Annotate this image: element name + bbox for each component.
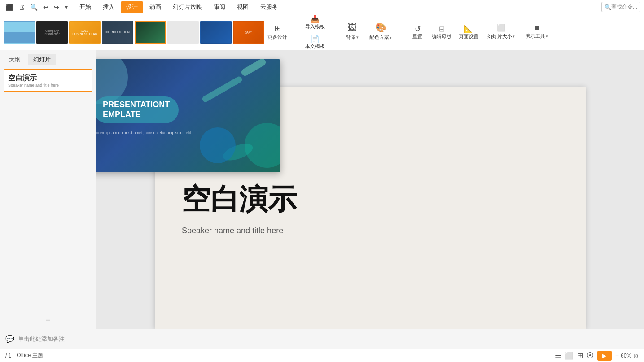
template-thumb-3[interactable]: 2018BUSINESS PLAN xyxy=(69,21,101,44)
slides-list: 空白演示 Speaker name and title here xyxy=(0,65,96,312)
template-thumb-inner-8: 演示 xyxy=(234,22,263,43)
template-thumb-inner-1 xyxy=(4,22,34,43)
left-panel: 大纲 幻灯片 空白演示 Speaker name and title here … xyxy=(0,50,96,329)
template-thumb-inner-6 xyxy=(168,22,198,43)
popup-title-box: PRESENTATIONT EMPLATE xyxy=(96,96,179,123)
view-grid-icon[interactable]: ⊞ xyxy=(577,351,583,360)
edit-master-label: 编辑母版 xyxy=(432,33,451,40)
present-tools-button[interactable]: 🖥 演示工具 ▾ xyxy=(521,22,552,42)
tab-view[interactable]: 视图 xyxy=(232,1,254,13)
color-scheme-icon: 🎨 xyxy=(375,22,386,33)
present-tools-dropdown[interactable]: 演示工具 ▾ xyxy=(524,31,550,41)
edit-master-icon: ⊞ xyxy=(439,25,445,33)
page-setup-button[interactable]: 📐 页面设置 xyxy=(456,23,481,41)
ribbon: CompanyIntroduction 2018BUSINESS PLAN IN… xyxy=(0,14,644,50)
quick-access-toolbar: ⬛ 🖨 🔍 ↩ ↪ ▾ xyxy=(4,3,70,12)
grid-icon: ⊞ xyxy=(274,23,281,33)
tab-animation[interactable]: 动画 xyxy=(144,1,166,13)
menu-bar-right: 🔍 查找命令... xyxy=(601,2,640,12)
add-slide-button[interactable]: + xyxy=(0,312,96,329)
popup-content: PRESENTATIONT EMPLATE Lorem ipsum dolor … xyxy=(96,96,270,135)
template-thumb-2[interactable]: CompanyIntroduction xyxy=(36,21,68,44)
tab-outline[interactable]: 大纲 xyxy=(4,54,26,65)
edit-master-button[interactable]: ⊞ 编辑母版 xyxy=(429,23,454,41)
present-tools-label: 演示工具 xyxy=(526,33,545,39)
ribbon-divider-2 xyxy=(336,19,336,46)
tab-design[interactable]: 设计 xyxy=(121,1,143,13)
slide-size-label: 幻灯片大小 xyxy=(487,33,512,40)
popup-shape-tr xyxy=(240,59,267,77)
template-thumb-inner-3: 2018BUSINESS PLAN xyxy=(70,22,100,43)
slide-size-button[interactable]: ⬜ 幻灯片大小 ▾ xyxy=(483,22,519,43)
ribbon-divider-3 xyxy=(402,19,402,46)
tab-cloud[interactable]: 云服务 xyxy=(255,1,283,13)
zoom-decrease-button[interactable]: − xyxy=(615,352,619,359)
template-thumb-6[interactable] xyxy=(167,21,199,44)
template-thumb-7[interactable] xyxy=(200,21,232,44)
zoom-slider-icon[interactable]: ⊙ xyxy=(633,352,639,359)
color-scheme-arrow-icon: ▾ xyxy=(390,35,392,40)
notes-bar[interactable]: 💬 单击此处添加备注 xyxy=(0,329,644,349)
view-lines-icon[interactable]: ☰ xyxy=(555,351,561,360)
import-template-button[interactable]: 📥 导入模板 xyxy=(302,13,328,31)
search-box[interactable]: 🔍 查找命令... xyxy=(601,2,640,12)
more-icon[interactable]: ▾ xyxy=(63,3,70,12)
template-thumb-1[interactable] xyxy=(4,21,35,44)
background-label: 背景 xyxy=(346,34,356,41)
save-icon[interactable]: ⬛ xyxy=(4,3,15,12)
popup-title-line2: EMPLATE xyxy=(103,110,170,120)
slide-main-subtitle: Speaker name and title here xyxy=(182,226,559,236)
template-popup: PRESENTATIONT EMPLATE Lorem ipsum dolor … xyxy=(96,59,280,172)
main-area: 大纲 幻灯片 空白演示 Speaker name and title here … xyxy=(0,50,644,329)
view-normal-icon[interactable]: ⬜ xyxy=(565,351,574,360)
reset-label: 重置 xyxy=(412,33,422,40)
text-template-button[interactable]: 📄 本文模板 xyxy=(302,33,328,51)
tab-slides[interactable]: 幻灯片 xyxy=(28,54,56,65)
view-columns-icon[interactable]: ⦿ xyxy=(587,352,594,360)
search-icon: 🔍 xyxy=(605,4,611,10)
tab-slideshow[interactable]: 幻灯片放映 xyxy=(167,1,207,13)
background-icon: 🖼 xyxy=(348,22,357,33)
color-scheme-button[interactable]: 🎨 配色方案 ▾ xyxy=(365,21,396,44)
theme-label: Office 主题 xyxy=(17,352,43,359)
template-thumbnails: CompanyIntroduction 2018BUSINESS PLAN IN… xyxy=(4,16,264,48)
slide-main-title: 空白演示 xyxy=(182,180,559,219)
color-scheme-dropdown[interactable]: 配色方案 ▾ xyxy=(368,33,394,42)
page-setup-label: 页面设置 xyxy=(459,33,478,40)
notes-icon: 💬 xyxy=(5,335,14,343)
text-template-label: 本文模板 xyxy=(305,43,325,50)
template-thumb-8[interactable]: 演示 xyxy=(233,21,264,44)
background-dropdown[interactable]: 背景 ▾ xyxy=(344,33,360,42)
undo-icon[interactable]: ↩ xyxy=(41,3,50,12)
template-thumb-inner-4: INTRODUCTION xyxy=(103,22,132,43)
more-design-label: 更多设计 xyxy=(267,34,287,41)
tab-start[interactable]: 开始 xyxy=(74,1,96,13)
slide-thumbnail-1[interactable]: 空白演示 Speaker name and title here xyxy=(4,69,92,92)
play-button[interactable]: ▶ xyxy=(597,351,612,361)
slide-size-dropdown[interactable]: 幻灯片大小 ▾ xyxy=(486,32,517,41)
redo-icon[interactable]: ↪ xyxy=(52,3,61,12)
template-thumb-4[interactable]: INTRODUCTION xyxy=(102,21,133,44)
slide-size-arrow-icon: ▾ xyxy=(513,34,515,39)
slide-thumb-subtitle: Speaker name and title here xyxy=(8,83,88,87)
panel-tabs: 大纲 幻灯片 xyxy=(0,50,96,65)
background-button[interactable]: 🖼 背景 ▾ xyxy=(342,21,363,44)
canvas-area: PRESENTATIONT EMPLATE Lorem ipsum dolor … xyxy=(96,50,644,329)
menu-bar: ⬛ 🖨 🔍 ↩ ↪ ▾ 开始 插入 设计 动画 幻灯片放映 审阅 视图 云服务 … xyxy=(0,0,644,14)
tab-review[interactable]: 审阅 xyxy=(208,1,231,13)
import-template-label: 导入模板 xyxy=(305,23,325,30)
background-arrow-icon: ▾ xyxy=(356,35,359,39)
tab-insert[interactable]: 插入 xyxy=(97,1,120,13)
reset-button[interactable]: ↺ 重置 xyxy=(407,23,427,41)
zoom-level: 60% xyxy=(621,353,631,359)
more-design-button[interactable]: ⊞ 更多设计 xyxy=(266,23,289,41)
status-bar-right: ☰ ⬜ ⊞ ⦿ ▶ − 60% ⊙ xyxy=(555,351,639,361)
preview-icon[interactable]: 🔍 xyxy=(28,3,39,12)
template-popup-inner: PRESENTATIONT EMPLATE Lorem ipsum dolor … xyxy=(96,59,280,172)
print-icon[interactable]: 🖨 xyxy=(17,3,26,12)
search-placeholder: 查找命令... xyxy=(611,3,637,11)
template-thumb-5[interactable] xyxy=(135,21,166,44)
present-tools-icon: 🖥 xyxy=(533,23,540,31)
notes-placeholder: 单击此处添加备注 xyxy=(18,335,65,343)
plus-icon: + xyxy=(46,316,51,325)
